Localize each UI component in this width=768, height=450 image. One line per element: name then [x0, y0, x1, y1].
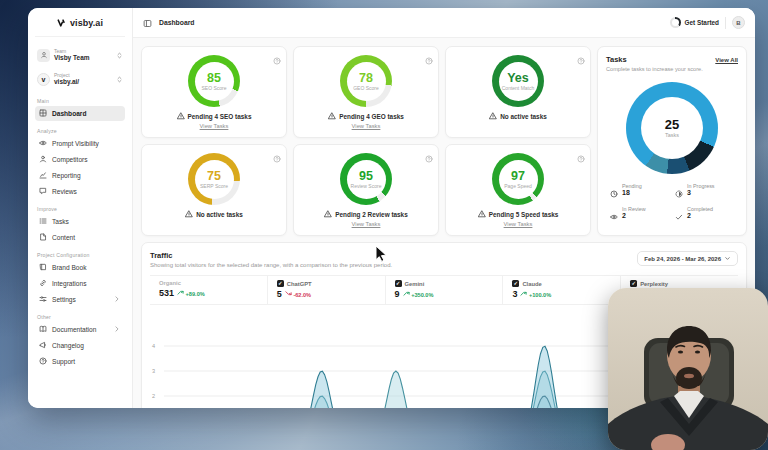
sidebar-item-changelog[interactable]: Changelog [35, 338, 125, 353]
sidebar-section-heading: Project Configuration [37, 252, 123, 258]
score-status-text: Pending 2 Review tasks [335, 211, 407, 218]
score-card-page-speed: 97Page SpeedPending 5 Speed tasksView Ta… [445, 144, 591, 236]
sidebar-item-brand-book[interactable]: Brand Book [35, 260, 125, 275]
help-icon[interactable] [273, 149, 281, 167]
team-avatar [37, 49, 50, 62]
sidebar-item-label: Brand Book [52, 264, 86, 271]
help-icon[interactable] [577, 149, 585, 167]
sidebar-item-prompt-visibility[interactable]: Prompt Visibility [35, 136, 125, 151]
help-icon[interactable] [273, 51, 281, 69]
score-card-serp-score: 75SERP ScoreNo active tasks [141, 144, 287, 236]
score-value: 78 [359, 72, 373, 84]
tasks-view-all-link[interactable]: View All [715, 57, 738, 63]
stat-value: 531 [159, 288, 174, 298]
chevron-right-icon [113, 295, 121, 304]
sidebar-item-label: Reporting [52, 172, 81, 179]
tasks-legend-item-in-progress: In Progress3 [675, 183, 734, 202]
legend-value: 2 [687, 212, 713, 220]
score-label: Content Match [502, 85, 535, 91]
series-checkbox[interactable]: ✓ [512, 280, 519, 287]
reviews-icon [39, 187, 47, 196]
sidebar-item-settings[interactable]: Settings [35, 292, 125, 307]
score-status-text: No active tasks [196, 211, 243, 218]
sidebar-item-label: Tasks [52, 218, 69, 225]
view-tasks-link[interactable]: View Tasks [504, 221, 533, 227]
tasks-panel: Tasks View All Complete tasks to increas… [597, 46, 747, 236]
sidebar-item-dashboard[interactable]: Dashboard [35, 106, 125, 121]
sidebar: visby.ai Team Visby Team v Project visby… [28, 8, 133, 408]
sidebar-item-label: Support [52, 358, 75, 365]
view-tasks-link[interactable]: View Tasks [352, 221, 381, 227]
sidebar-item-reporting[interactable]: Reporting [35, 168, 125, 183]
page-title: Dashboard [159, 19, 195, 26]
score-value: Yes [507, 72, 529, 84]
help-icon[interactable] [425, 51, 433, 69]
y-axis-tick: 4 [152, 343, 155, 349]
help-icon[interactable] [577, 51, 585, 69]
stat-value: 5 [277, 289, 282, 299]
score-status-text: Pending 4 SEO tasks [188, 113, 252, 120]
score-status-text: Pending 5 Speed tasks [489, 211, 559, 218]
series-checkbox[interactable]: ✓ [277, 280, 284, 287]
score-ring: 95Review Score [340, 153, 392, 205]
updown-icon [116, 70, 123, 88]
sidebar-item-label: Competitors [52, 156, 88, 163]
tasks-donut-chart: 25 Tasks [626, 82, 718, 174]
stat-delta: +350.0% [403, 290, 434, 298]
traffic-stat-chatgpt[interactable]: ✓ChatGPT5 -62.0% [267, 276, 385, 304]
score-label: SEO Score [201, 85, 226, 91]
score-ring: 97Page Speed [492, 153, 544, 205]
stat-label: ChatGPT [287, 281, 312, 287]
sidebar-item-label: Prompt Visibility [52, 140, 99, 147]
view-tasks-link[interactable]: View Tasks [200, 123, 229, 129]
score-ring: 85SEO Score [188, 55, 240, 107]
stat-label: Gemini [405, 281, 425, 287]
logo-text: visby.ai [70, 18, 103, 28]
sidebar-item-content[interactable]: Content [35, 230, 125, 245]
legend-value: 3 [687, 189, 715, 197]
sidebar-item-support[interactable]: Support [35, 354, 125, 369]
stat-value: 9 [395, 289, 400, 299]
tasks-legend-item-completed: Completed2 [675, 206, 734, 225]
chevron-down-icon [724, 255, 731, 262]
traffic-title: Traffic [150, 251, 392, 260]
content-icon [39, 233, 47, 242]
warning-icon [177, 112, 185, 121]
project-selector[interactable]: v Project visby.ai/ [35, 67, 125, 91]
traffic-stat-claude[interactable]: ✓Claude3 +100.0% [502, 276, 620, 304]
traffic-stat-organic[interactable]: Organic531 +89.0% [150, 276, 267, 304]
team-selector[interactable]: Team Visby Team [35, 43, 125, 67]
reporting-icon [39, 171, 47, 180]
sidebar-item-reviews[interactable]: Reviews [35, 184, 125, 199]
sidebar-item-integrations[interactable]: Integrations [35, 276, 125, 291]
warning-icon [489, 112, 497, 121]
score-ring: YesContent Match [492, 55, 544, 107]
check-icon [675, 207, 683, 225]
stat-delta: +100.0% [520, 290, 551, 298]
sidebar-item-documentation[interactable]: Documentation [35, 322, 125, 337]
help-icon[interactable] [425, 149, 433, 167]
y-axis-tick: 3 [152, 368, 155, 374]
score-label: Page Speed [504, 183, 532, 189]
score-card-review-score: 95Review ScorePending 2 Review tasksView… [293, 144, 439, 236]
traffic-stat-gemini[interactable]: ✓Gemini9 +350.0% [385, 276, 503, 304]
sidebar-item-competitors[interactable]: Competitors [35, 152, 125, 167]
view-tasks-link[interactable]: View Tasks [352, 123, 381, 129]
documentation-icon [39, 325, 47, 334]
visby-logo: visby.ai [35, 15, 125, 37]
stat-label: Perplexity [640, 281, 668, 287]
sidebar-item-label: Content [52, 234, 75, 241]
series-checkbox[interactable]: ✓ [630, 280, 637, 287]
user-avatar[interactable]: B [732, 16, 745, 29]
brand-book-icon [39, 263, 47, 272]
competitors-icon [39, 155, 47, 164]
eye-icon [39, 139, 47, 148]
get-started-button[interactable]: Get Started [670, 17, 719, 28]
score-ring: 75SERP Score [188, 153, 240, 205]
score-card-geo-score: 78GEO ScorePending 4 GEO tasksView Tasks [293, 46, 439, 138]
settings-icon [39, 295, 47, 304]
sidebar-toggle-icon[interactable] [143, 14, 152, 32]
date-range-picker[interactable]: Feb 24, 2026 - Mar 26, 2026 [637, 251, 738, 266]
series-checkbox[interactable]: ✓ [395, 280, 402, 287]
sidebar-item-tasks[interactable]: Tasks [35, 214, 125, 229]
